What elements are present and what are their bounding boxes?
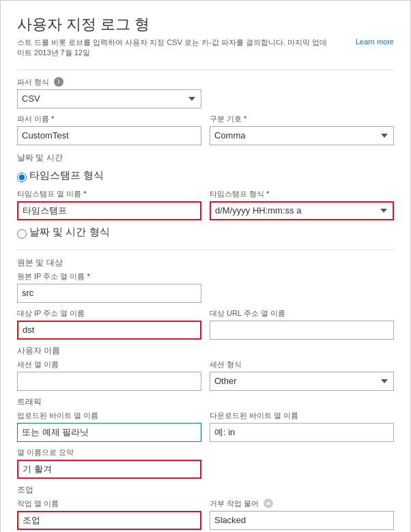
timestamp-radio[interactable]	[17, 173, 27, 182]
parser-format-info-icon[interactable]: i	[54, 77, 63, 87]
session-col-input[interactable]	[17, 372, 201, 391]
divider-1	[17, 70, 394, 70]
dest-url-input[interactable]	[210, 321, 394, 340]
traffic-bytes-row: 업로드된 바이트 열 이름 다운로드된 바이트 열 이름	[17, 411, 394, 442]
datetime-radio[interactable]	[17, 229, 27, 239]
session-col-label: 세션 열 이름	[17, 359, 201, 370]
blocked-action-info-icon[interactable]: ●	[264, 499, 273, 508]
upload-bytes-col: 업로드된 바이트 열 이름	[17, 411, 201, 442]
datetime-heading: 날짜 및 시간 형식	[29, 226, 110, 239]
session-row: 세션 열 이름 세션 형식 Other	[17, 359, 394, 391]
col-summary-input[interactable]	[17, 460, 201, 479]
col-summary-col: 열 이름으로 요약	[17, 447, 201, 479]
action-col-label: 작업 열 이름	[17, 499, 201, 509]
page-subtitle: 스트 드를 비롯 로브를 입력하여 사용자 지정 CSV 로는 키-값 파자를 …	[17, 38, 331, 59]
parser-name-input[interactable]	[17, 126, 201, 145]
timestamp-format-label: 타임스탬프 형식 *	[210, 189, 394, 199]
empty-col-2	[210, 271, 394, 303]
source-ip-label: 원본 IP 주소 열 이름 *	[17, 271, 201, 282]
timestamp-radio-label[interactable]: 타임스탬프 형식	[17, 169, 104, 186]
source-ip-row: 원본 IP 주소 열 이름 *	[17, 271, 394, 303]
col-summary-label: 열 이름으로 요약	[17, 447, 201, 458]
download-bytes-input[interactable]	[210, 423, 394, 442]
parser-format-row: 파서 형식 i CSV	[17, 77, 394, 108]
session-format-col: 세션 형식 Other	[210, 359, 394, 391]
blocked-action-input[interactable]	[210, 511, 394, 530]
parser-format-col: 파서 형식 i CSV	[17, 77, 201, 108]
parser-name-col: 파서 이름 *	[17, 114, 201, 145]
timestamp-fields-row: 타임스탬프 열 이름 * 타임스탬프 형식 * d/M/yyyy HH:mm:s…	[17, 189, 394, 220]
download-bytes-label: 다운로드된 바이트 열 이름	[210, 411, 394, 421]
timestamp-section: 타임스탬프 열 이름 * 타임스탬프 형식 * d/M/yyyy HH:mm:s…	[17, 189, 394, 220]
session-col-col: 세션 열 이름	[17, 359, 201, 391]
action-col-input[interactable]	[17, 511, 201, 530]
main-page: 사용자 지정 로그 형 스트 드를 비롯 로브를 입력하여 사용자 지정 CSV…	[0, 0, 411, 532]
timestamp-format-col: 타임스탬프 형식 * d/M/yyyy HH:mm:ss a	[210, 189, 394, 220]
datetime-radio-label[interactable]: 날짜 및 시간 형식	[17, 226, 110, 243]
action-label: 조업	[17, 484, 394, 496]
summary-row: 열 이름으로 요약	[17, 447, 394, 479]
source-dest-label: 원본 및 대상	[17, 257, 394, 269]
parser-name-label: 파서 이름 *	[17, 114, 201, 124]
action-col-col: 작업 열 이름	[17, 499, 201, 530]
empty-col	[210, 77, 394, 108]
divider-2	[17, 250, 394, 250]
dest-ip-label: 대상 IP 주소 열 이름	[17, 308, 201, 319]
dest-ip-col: 대상 IP 주소 열 이름	[17, 308, 201, 340]
learn-more-link[interactable]: Learn more	[356, 38, 394, 46]
parser-name-row: 파서 이름 * 구분 기호 * Comma	[17, 114, 394, 145]
parser-format-select[interactable]: CSV	[17, 89, 201, 108]
dest-url-col: 대상 URL 주소 열 이름	[210, 308, 394, 340]
subtitle-row: 스트 드를 비롯 로브를 입력하여 사용자 지정 CSV 로는 키-값 파자를 …	[17, 38, 394, 61]
timestamp-radio-group: 타임스탬프 형식	[17, 169, 394, 186]
upload-bytes-input[interactable]	[17, 423, 201, 442]
blocked-action-label: 거부 작업 물어 ●	[210, 499, 394, 509]
parser-format-label: 파서 형식 i	[17, 77, 201, 87]
date-time-label: 날짜 및 시간	[17, 152, 394, 164]
traffic-label: 트래픽	[17, 396, 394, 408]
timestamp-col-name-input[interactable]	[17, 201, 201, 220]
session-format-select[interactable]: Other	[210, 372, 394, 391]
timestamp-heading: 타임스탬프 형식	[29, 169, 104, 182]
dest-url-label: 대상 URL 주소 열 이름	[210, 308, 394, 319]
source-ip-input[interactable]	[17, 284, 201, 303]
page-title: 사용자 지정 로그 형	[17, 14, 394, 35]
quote-char-select[interactable]: Comma	[210, 126, 394, 145]
datetime-radio-group: 날짜 및 시간 형식	[17, 226, 394, 243]
empty-col-3	[210, 447, 394, 479]
timestamp-col-name-col: 타임스탬프 열 이름 *	[17, 189, 201, 220]
quote-char-col: 구분 기호 * Comma	[210, 114, 394, 145]
download-bytes-col: 다운로드된 바이트 열 이름	[210, 411, 394, 442]
quote-char-label: 구분 기호 *	[210, 114, 394, 124]
dest-ip-row: 대상 IP 주소 열 이름 대상 URL 주소 열 이름	[17, 308, 394, 340]
blocked-action-col: 거부 작업 물어 ●	[210, 499, 394, 530]
upload-bytes-label: 업로드된 바이트 열 이름	[17, 411, 201, 421]
source-ip-col: 원본 IP 주소 열 이름 *	[17, 271, 201, 303]
dest-ip-input[interactable]	[17, 321, 201, 340]
timestamp-format-select[interactable]: d/M/yyyy HH:mm:ss a	[210, 201, 394, 220]
session-format-label: 세션 형식	[210, 359, 394, 370]
user-label: 사용자 이름	[17, 345, 394, 357]
timestamp-col-name-label: 타임스탬프 열 이름 *	[17, 189, 201, 199]
action-row: 작업 열 이름 거부 작업 물어 ●	[17, 499, 394, 530]
